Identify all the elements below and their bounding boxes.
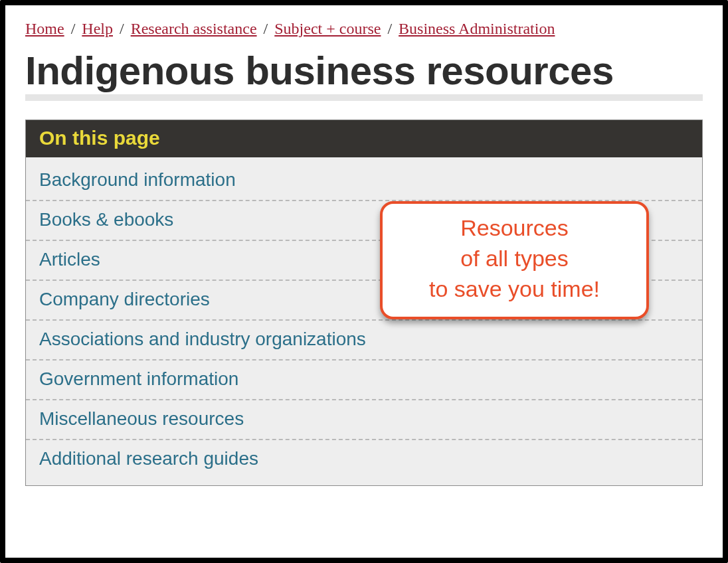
breadcrumb-sep: /	[260, 20, 272, 37]
breadcrumb-research[interactable]: Research assistance	[131, 20, 257, 37]
toc-link-government[interactable]: Government information	[39, 368, 238, 389]
toc-link-directories[interactable]: Company directories	[39, 289, 210, 309]
breadcrumb-home[interactable]: Home	[25, 20, 64, 37]
title-divider	[25, 94, 703, 101]
panel-header: On this page	[26, 120, 702, 157]
breadcrumb: Home / Help / Research assistance / Subj…	[25, 20, 703, 38]
toc-link-misc[interactable]: Miscellaneous resources	[39, 408, 244, 429]
breadcrumb-business-admin[interactable]: Business Administration	[399, 20, 555, 37]
toc-link-guides[interactable]: Additional research guides	[39, 448, 258, 469]
breadcrumb-sep: /	[383, 20, 396, 37]
callout-line: of all types	[395, 244, 634, 274]
toc-link-background[interactable]: Background information	[39, 169, 236, 190]
toc-link-articles[interactable]: Articles	[39, 249, 100, 270]
callout-box: Resources of all types to save you time!	[380, 201, 649, 319]
breadcrumb-subject-course[interactable]: Subject + course	[274, 20, 381, 37]
breadcrumb-sep: /	[67, 20, 80, 37]
list-item: Associations and industry organizations	[26, 321, 702, 361]
list-item: Government information	[26, 361, 702, 400]
callout-line: Resources	[395, 213, 634, 244]
list-item: Miscellaneous resources	[26, 400, 702, 440]
toc-link-associations[interactable]: Associations and industry organizations	[39, 329, 366, 349]
page-title: Indigenous business resources	[25, 50, 703, 92]
toc-link-books[interactable]: Books & ebooks	[39, 209, 173, 230]
callout-line: to save you time!	[395, 274, 634, 305]
list-item: Additional research guides	[26, 440, 702, 479]
list-item: Background information	[26, 161, 702, 201]
breadcrumb-sep: /	[116, 20, 128, 37]
breadcrumb-help[interactable]: Help	[82, 20, 113, 37]
